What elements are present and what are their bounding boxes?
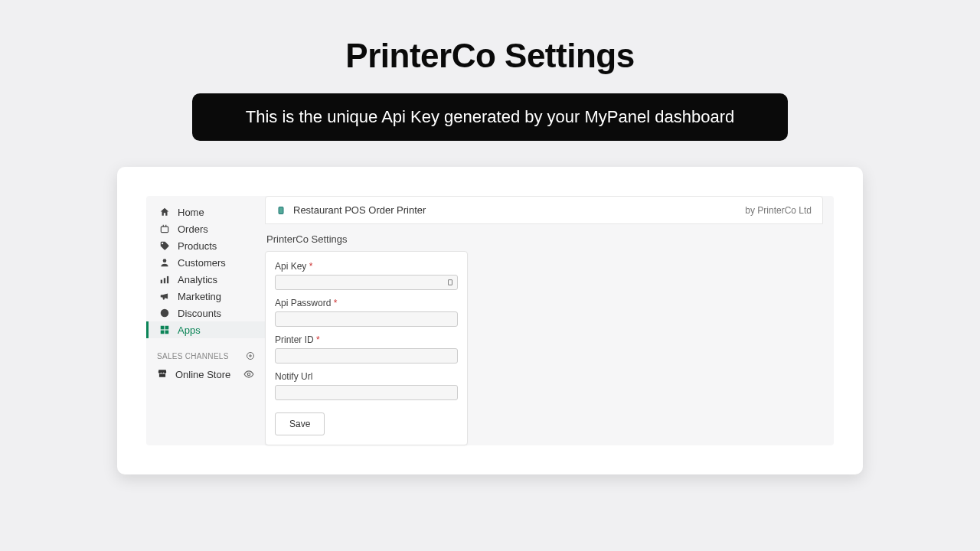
svg-rect-4 (167, 276, 168, 283)
apps-icon (159, 324, 170, 335)
field-printer-id: Printer ID * (275, 334, 458, 364)
sidebar-item-label: Orders (178, 223, 208, 235)
printer-id-input[interactable] (275, 348, 458, 364)
store-icon (157, 368, 168, 381)
main-area: Restaurant POS Order Printer by PrinterC… (265, 196, 834, 445)
plus-icon[interactable] (245, 350, 256, 361)
svg-rect-7 (165, 326, 169, 330)
sidebar: Home Orders Products Customers Analytics… (146, 196, 265, 445)
field-label: Api Key * (275, 261, 458, 272)
svg-rect-3 (164, 278, 165, 283)
svg-rect-6 (161, 326, 165, 330)
field-api-key: Api Key * (275, 261, 458, 290)
svg-point-11 (247, 373, 250, 376)
svg-point-1 (163, 259, 167, 262)
sidebar-item-label: Marketing (178, 291, 221, 302)
api-key-input[interactable] (275, 275, 458, 290)
sidebar-item-label: Customers (178, 257, 226, 269)
key-icon (446, 278, 455, 287)
sidebar-item-orders[interactable]: Orders (146, 220, 265, 237)
content-card: Home Orders Products Customers Analytics… (117, 167, 863, 474)
tooltip-callout: This is the unique Api Key generated by … (192, 93, 788, 141)
svg-rect-13 (449, 280, 452, 285)
eye-icon[interactable] (243, 369, 254, 380)
sidebar-item-discounts[interactable]: Discounts (146, 305, 265, 321)
home-icon (159, 207, 170, 217)
page-title: PrinterCo Settings (0, 37, 980, 75)
app-title: Restaurant POS Order Printer (293, 204, 426, 216)
bars-icon (159, 274, 170, 285)
sidebar-item-customers[interactable]: Customers (146, 254, 265, 271)
sidebar-section-header: SALES CHANNELS (157, 350, 256, 361)
required-marker: * (314, 334, 320, 345)
sidebar-item-label: Discounts (178, 308, 221, 319)
svg-rect-12 (279, 207, 283, 214)
required-marker: * (331, 298, 337, 308)
field-label: Notify Url (275, 371, 458, 382)
app-panel: Home Orders Products Customers Analytics… (146, 196, 834, 445)
svg-rect-2 (161, 280, 162, 284)
printer-app-icon (276, 206, 286, 215)
sidebar-item-home[interactable]: Home (146, 204, 265, 220)
sidebar-item-analytics[interactable]: Analytics (146, 271, 265, 288)
sidebar-item-marketing[interactable]: Marketing (146, 288, 265, 305)
tag-icon (159, 240, 170, 251)
svg-point-5 (161, 309, 169, 318)
sidebar-item-online-store[interactable]: Online Store (146, 366, 265, 383)
app-header: Restaurant POS Order Printer by PrinterC… (265, 196, 823, 224)
field-label: Printer ID * (275, 334, 458, 345)
field-notify-url: Notify Url (275, 371, 458, 400)
discount-icon (159, 308, 170, 318)
app-byline: by PrinterCo Ltd (745, 205, 812, 216)
api-password-input[interactable] (275, 311, 458, 327)
svg-rect-0 (161, 227, 168, 233)
megaphone-icon (159, 291, 170, 302)
notify-url-input[interactable] (275, 385, 458, 400)
field-api-password: Api Password * (275, 298, 458, 327)
sidebar-item-label: Products (178, 240, 217, 252)
sidebar-item-label: Analytics (178, 274, 217, 285)
sidebar-item-label: Apps (178, 324, 201, 336)
sidebar-item-label: Home (178, 207, 204, 218)
person-icon (159, 257, 170, 268)
svg-rect-8 (161, 331, 165, 334)
settings-section-title: PrinterCo Settings (266, 233, 823, 245)
save-button[interactable]: Save (275, 412, 325, 435)
required-marker: * (306, 261, 312, 272)
sidebar-section-label: SALES CHANNELS (157, 352, 229, 360)
field-label: Api Password * (275, 298, 458, 308)
orders-icon (159, 223, 170, 234)
settings-form: Api Key * Api Password * Printer ID * No… (265, 251, 468, 445)
sidebar-item-label: Online Store (175, 369, 230, 380)
sidebar-item-apps[interactable]: Apps (146, 321, 265, 338)
svg-rect-9 (165, 331, 169, 334)
sidebar-item-products[interactable]: Products (146, 237, 265, 254)
